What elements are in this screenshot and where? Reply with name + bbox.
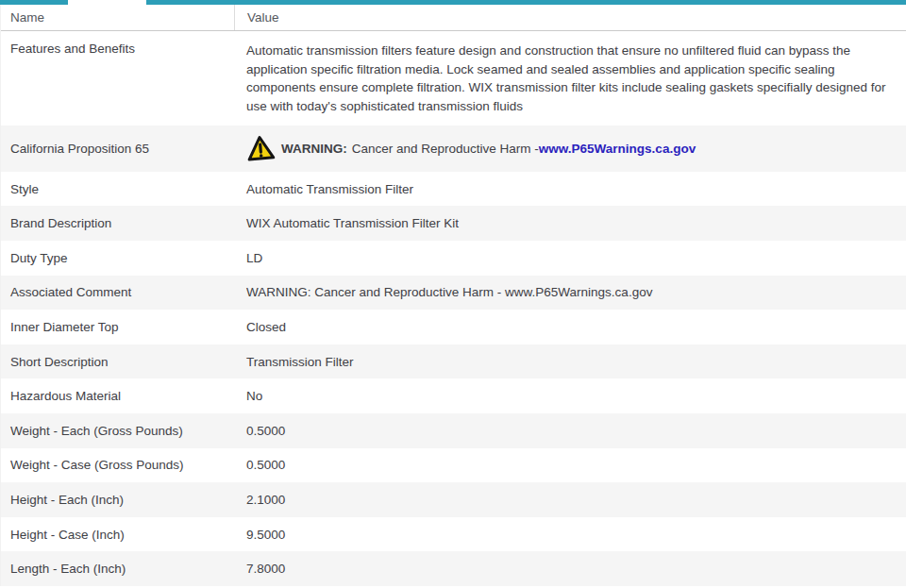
row-label: Style (1, 182, 234, 196)
row-label: Weight - Case (Gross Pounds) (1, 458, 234, 472)
table-row: Length - Each (Inch) 7.8000 (1, 551, 906, 586)
row-label: Height - Each (Inch) (1, 493, 234, 507)
row-value: 0.5000 (234, 458, 906, 472)
p65-warnings-link[interactable]: www.P65Warnings.ca.gov (539, 142, 696, 156)
table-row: Hazardous Material No (1, 378, 906, 413)
row-label: Height - Case (Inch) (1, 528, 234, 542)
table-row: Weight - Case (Gross Pounds) 0.5000 (1, 448, 906, 483)
row-label: Weight - Each (Gross Pounds) (1, 424, 234, 438)
row-label: Brand Description (1, 216, 234, 230)
row-value: WIX Automatic Transmission Filter Kit (234, 216, 906, 230)
row-value: Closed (234, 320, 906, 334)
row-label: Inner Diameter Top (1, 320, 234, 334)
row-label: Duty Type (1, 251, 234, 265)
row-value: 0.5000 (234, 424, 906, 438)
warning-triangle-icon (245, 134, 276, 163)
row-label: Length - Each (Inch) (1, 562, 234, 576)
row-value: Automatic Transmission Filter (234, 182, 906, 196)
table-header: Name Value (1, 5, 906, 31)
row-value: Transmission Filter (234, 355, 906, 369)
column-header-name: Name (1, 5, 234, 30)
column-header-value: Value (234, 5, 906, 30)
attributes-table: Name Value Features and Benefits Automat… (0, 5, 906, 586)
row-label: Short Description (1, 355, 234, 369)
row-value: 9.5000 (234, 528, 906, 542)
prop65-warning: WARNING:Cancer and Reproductive Harm - w… (246, 135, 895, 161)
table-row: Duty Type LD (1, 241, 906, 276)
row-value: 2.1000 (234, 493, 906, 507)
table-row: Height - Case (Inch) 9.5000 (1, 517, 906, 552)
row-value: Automatic transmission filters feature d… (234, 42, 906, 116)
table-row: Short Description Transmission Filter (1, 344, 906, 379)
row-value: No (234, 389, 906, 403)
table-row: California Proposition 65 WARNING:Cancer… (1, 126, 906, 172)
table-row: Height - Each (Inch) 2.1000 (1, 482, 906, 517)
row-label: Associated Comment (1, 285, 234, 299)
table-row: Features and Benefits Automatic transmis… (1, 31, 906, 126)
table-row: Brand Description WIX Automatic Transmis… (1, 206, 906, 241)
table-row: Inner Diameter Top Closed (1, 310, 906, 344)
table-row: Style Automatic Transmission Filter (1, 172, 906, 207)
table-body: Features and Benefits Automatic transmis… (1, 31, 906, 586)
row-label: Hazardous Material (1, 389, 234, 403)
row-label: Features and Benefits (1, 42, 234, 56)
table-row: Associated Comment WARNING: Cancer and R… (1, 276, 906, 311)
warning-label: WARNING: (281, 142, 347, 156)
row-value: LD (234, 251, 906, 265)
table-row: Weight - Each (Gross Pounds) 0.5000 (1, 413, 906, 448)
row-value: WARNING: Cancer and Reproductive Harm - … (234, 285, 906, 299)
row-value: WARNING:Cancer and Reproductive Harm - w… (234, 135, 906, 161)
row-value: 7.8000 (234, 562, 906, 576)
row-label: California Proposition 65 (1, 142, 234, 156)
